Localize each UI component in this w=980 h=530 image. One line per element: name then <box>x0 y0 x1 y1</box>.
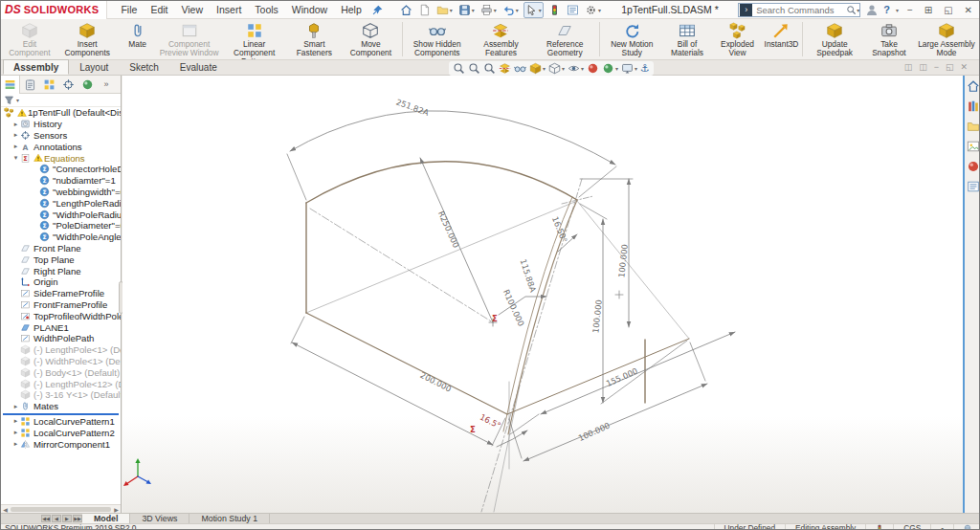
linear-component-pattern-button[interactable]: Linear Component Pattern▾ <box>222 20 287 58</box>
rebuild-button[interactable] <box>547 3 562 17</box>
expander-icon[interactable]: ▾ <box>11 154 20 162</box>
dimxpert-manager-tab[interactable] <box>58 76 78 94</box>
apply-scene-button[interactable]: ▾ <box>602 62 618 75</box>
tree-item-lengthpole1[interactable]: (-) LengthPole<1> (Default) <box>1 344 121 356</box>
doc-minimize-button[interactable]: − <box>934 62 939 72</box>
tree-item-root[interactable]: 1pTentFull (Default<Display Stat <box>1 107 121 119</box>
dim-base-diagonal[interactable]: 155.000 <box>605 366 639 388</box>
display-style-button[interactable]: ▾ <box>548 62 565 75</box>
expander-icon[interactable]: ▸ <box>11 121 20 128</box>
display-manager-tab[interactable] <box>78 76 97 94</box>
next-tab-button[interactable]: ▶ <box>62 515 72 522</box>
file-properties-button[interactable] <box>566 3 580 17</box>
dim-arc-length[interactable]: 251.82A <box>395 97 431 118</box>
new-motion-study-button[interactable]: New Motion Study <box>602 20 661 58</box>
save-button[interactable]: ▾ <box>457 3 476 17</box>
tree-item-mirrorcomponent1[interactable]: ▸MirrorComponent1 <box>1 438 121 450</box>
pane-split-right-icon[interactable]: ◫ <box>919 62 927 72</box>
expander-icon[interactable]: ▸ <box>11 429 20 436</box>
dim-base-length[interactable]: 200.000 <box>418 370 453 394</box>
print-button[interactable]: ▾ <box>479 3 498 17</box>
tree-item-localcurvepattern2[interactable]: ▸LocalCurvePattern2 <box>1 427 121 438</box>
menu-view[interactable]: View <box>181 4 203 15</box>
tree-item-right-plane[interactable]: Right Plane <box>1 265 121 276</box>
menu-insert[interactable]: Insert <box>216 4 241 15</box>
tree-item-topprofileofwidthpoles[interactable]: TopProfileofWidthPoles <box>1 310 121 321</box>
dim-length-radius[interactable]: R250.000 <box>436 210 461 250</box>
more-panel-tabs-button[interactable]: » <box>97 76 116 94</box>
last-tab-button[interactable]: ▶▶ <box>73 515 82 522</box>
tree-item-body1[interactable]: (-) Body<1> (Default) <box>1 366 121 378</box>
tree-item-equation[interactable]: "PoleDiameter"=0.47625 <box>1 220 121 232</box>
pin-menu-icon[interactable] <box>371 4 384 16</box>
expander-icon[interactable]: ▸ <box>11 403 20 410</box>
zoom-to-area-button[interactable] <box>468 62 480 75</box>
help-caret[interactable]: ▾ <box>896 7 899 13</box>
search-input[interactable] <box>754 4 846 16</box>
edit-appearance-button[interactable] <box>587 62 599 75</box>
take-snapshot-button[interactable]: Take Snapshot <box>864 20 914 58</box>
tree-item-top-plane[interactable]: Top Plane <box>1 254 121 265</box>
edit-component-button[interactable]: Edit Component <box>3 20 56 58</box>
restore-button[interactable]: ◱ <box>941 5 955 15</box>
menu-tools[interactable]: Tools <box>255 4 278 15</box>
dim-width-arc[interactable]: 115.88A <box>519 258 539 294</box>
new-document-button[interactable] <box>417 3 432 17</box>
3d-drawing-view-button[interactable]: ⚓ <box>640 62 650 75</box>
insert-components-button[interactable]: Insert Components▾ <box>56 20 119 58</box>
expander-icon[interactable]: ▸ <box>11 143 20 150</box>
smart-fasteners-button[interactable]: Smart Fasteners <box>287 20 342 58</box>
solidworks-resources-icon[interactable] <box>967 79 980 93</box>
options-button[interactable]: ▾ <box>584 3 602 17</box>
open-button[interactable]: ▾ <box>435 3 454 17</box>
dim-height-right[interactable]: 100.000 <box>616 244 630 278</box>
tree-item-lengthpole12[interactable]: (-) LengthPole<12> (Default) <box>1 378 121 389</box>
tree-item-equation[interactable]: "ConnectorHoleDiameter"=0 <box>1 164 121 175</box>
tree-item-annotations[interactable]: ▸Annotations <box>1 141 121 152</box>
previous-view-button[interactable] <box>483 62 496 75</box>
tree-item-frontframeprofile[interactable]: FrontFrameProfile <box>1 299 121 311</box>
assembly-features-button[interactable]: Assembly Features▾ <box>470 20 533 58</box>
scrollbar-thumb[interactable] <box>11 507 111 512</box>
mate-button[interactable]: Mate <box>119 20 157 58</box>
tree-item-equation[interactable]: "WidthPoleAngle"=16.5 <box>1 232 121 243</box>
dynamic-annotation-views-button[interactable] <box>514 62 526 75</box>
home-button[interactable] <box>399 3 413 17</box>
move-component-button[interactable]: Move Component▾ <box>342 20 400 58</box>
dim-height-inner[interactable]: 100.000 <box>590 299 604 334</box>
menu-window[interactable]: Window <box>292 4 327 15</box>
pane-split-left-icon[interactable]: ◫ <box>904 62 913 72</box>
dim-width-radius[interactable]: R100.000 <box>501 288 526 328</box>
component-preview-window-button[interactable]: Component Preview Window <box>157 20 222 58</box>
menu-file[interactable]: File <box>121 4 137 15</box>
units-caret[interactable]: - <box>930 524 953 530</box>
menu-edit[interactable]: Edit <box>150 4 167 15</box>
tree-item-sideframeprofile[interactable]: SideFrameProfile <box>1 288 121 299</box>
tab-assembly[interactable]: Assembly <box>3 59 69 75</box>
tree-horizontal-scrollbar[interactable]: ◀ ▶ <box>1 504 121 513</box>
doc-restore-button[interactable]: ◱ <box>946 62 954 72</box>
reference-geometry-button[interactable]: Reference Geometry▾ <box>532 20 597 58</box>
tab-motion-study-1[interactable]: Motion Study 1 <box>189 514 270 523</box>
search-commands-box[interactable]: › ▾ <box>738 3 860 17</box>
tab-3d-views[interactable]: 3D Views <box>130 514 189 523</box>
expander-icon[interactable]: ▸ <box>11 131 20 139</box>
minimize-button[interactable]: − <box>904 5 916 15</box>
status-globe-icon[interactable] <box>964 524 971 530</box>
close-button[interactable]: ✕ <box>962 5 975 15</box>
tree-item-sensors[interactable]: ▸Sensors <box>1 130 121 142</box>
custom-properties-icon[interactable] <box>967 180 980 193</box>
tree-item-equations[interactable]: ▾Equations <box>1 152 121 164</box>
help-button[interactable]: ? <box>883 4 890 15</box>
search-icon[interactable] <box>846 5 857 15</box>
tree-item-mates[interactable]: ▸Mates <box>1 401 121 412</box>
tree-item-plane1[interactable]: PLANE1 <box>1 321 121 333</box>
tree-item-front-plane[interactable]: Front Plane <box>1 243 121 254</box>
tab-evaluate[interactable]: Evaluate <box>169 59 228 75</box>
tree-item-widthpole1[interactable]: (-) WidthPole<1> (Default) <box>1 356 121 367</box>
property-manager-tab[interactable] <box>20 76 39 94</box>
select-button[interactable]: ▾ <box>523 2 544 18</box>
large-assembly-mode-button[interactable]: Large Assembly Mode <box>914 20 979 58</box>
menu-help[interactable]: Help <box>341 4 362 15</box>
tree-item-localcurvepattern1[interactable]: ▸LocalCurvePattern1 <box>1 416 121 428</box>
